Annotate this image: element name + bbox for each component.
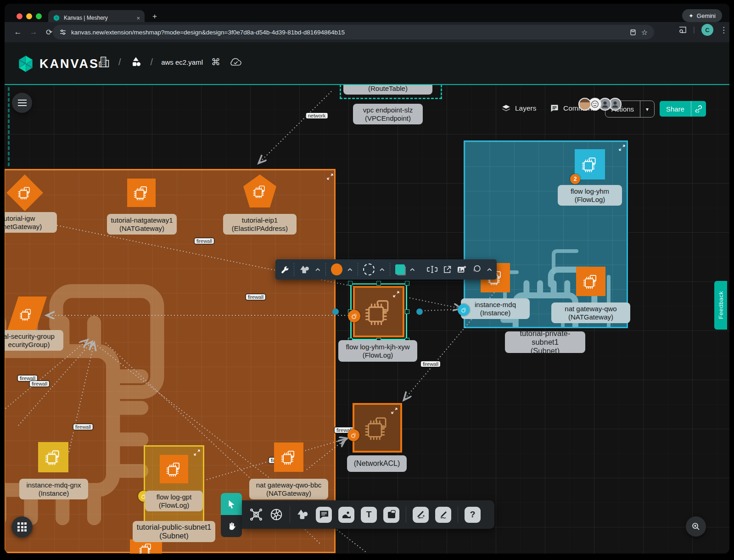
bookmark-star-icon[interactable]: ☆ <box>641 28 648 37</box>
tab-close-icon[interactable]: × <box>136 15 140 22</box>
open-external-icon[interactable] <box>443 265 452 274</box>
new-tab-button[interactable]: + <box>152 12 157 21</box>
sticky-note-tool-button[interactable] <box>383 507 399 523</box>
edge-label-firewall[interactable]: firewall <box>30 381 49 386</box>
gemini-button[interactable]: ✦ Gemini <box>682 9 722 22</box>
shapes-tool-icon[interactable] <box>299 264 310 274</box>
node-label-networkacl[interactable]: (NetworkACL) <box>347 455 407 472</box>
node-label-instance-gnx[interactable]: instance-mdq-gnx(Instance) <box>19 479 88 499</box>
private-subnet-badge[interactable] <box>458 304 470 316</box>
traffic-minimize-button[interactable] <box>26 13 32 19</box>
kanvas-logo-text[interactable]: KANVAS <box>39 57 99 71</box>
border-style-swatch[interactable] <box>363 263 375 275</box>
reading-list-icon[interactable] <box>678 26 687 34</box>
node-label-private-subnet[interactable]: tutorial-private-subnet1(Subnet) <box>505 331 585 353</box>
edge-label-firewall[interactable]: firewall <box>421 361 440 367</box>
node-label-flowlog-selected[interactable]: flow log-yhm-kjh-xyw(FlowLog) <box>338 340 417 362</box>
edge-label-firewall[interactable]: firewall <box>73 424 93 430</box>
fill-color-swatch[interactable] <box>331 263 342 275</box>
chevron-up-icon[interactable] <box>315 268 320 271</box>
node-label-natgateway-qwo[interactable]: nat gateway-qwo(NATGateway) <box>551 302 630 323</box>
save-icon[interactable] <box>629 28 637 36</box>
node-label-public-subnet[interactable]: tutorial-public-subnet1(Subnet) <box>133 521 215 542</box>
edge-pen-tool-button[interactable] <box>413 507 429 523</box>
chevron-up-icon[interactable] <box>347 268 353 271</box>
resize-handle[interactable] <box>405 309 409 314</box>
design-file-name[interactable]: aws ec2.yaml <box>161 58 203 66</box>
configure-wrench-icon[interactable] <box>280 265 289 274</box>
node-label-security-group[interactable]: al-security-groupecurityGroup) <box>5 330 63 351</box>
traffic-zoom-button[interactable] <box>36 13 42 19</box>
node-flowlog-yhm[interactable] <box>575 149 605 179</box>
node-internet-gateway[interactable] <box>5 173 45 213</box>
node-elastic-ip[interactable] <box>241 173 278 211</box>
layers-button[interactable]: Layers <box>501 104 537 113</box>
pan-tool-button[interactable] <box>221 515 242 537</box>
node-networkacl[interactable] <box>353 403 402 453</box>
edge-label-firewall[interactable]: firewall <box>246 294 265 300</box>
workspace-icon[interactable] <box>129 56 142 68</box>
node-instance-gnx[interactable] <box>38 442 68 472</box>
collapse-icon[interactable] <box>327 174 333 180</box>
cloud-sync-icon[interactable] <box>229 57 242 67</box>
select-tool-button[interactable] <box>221 493 242 515</box>
node-label-igw[interactable]: tutorial-igwternetGateway) <box>5 212 57 233</box>
rename-icon[interactable] <box>426 265 438 274</box>
media-tool-button[interactable] <box>338 507 354 523</box>
freehand-pencil-tool-button[interactable] <box>435 507 451 523</box>
back-button[interactable]: ← <box>10 28 26 37</box>
components-tool-icon[interactable] <box>249 508 263 521</box>
chevron-up-icon[interactable] <box>410 268 415 271</box>
node-nat-gateway-qwo[interactable] <box>576 267 605 296</box>
node-label-natgateway-bbc[interactable]: nat gateway-qwo-bbc(NATGateway) <box>249 479 328 499</box>
edge-label-firewall[interactable]: firewall <box>195 238 214 244</box>
node-label-natgateway1[interactable]: tutorial-natgateway1(NATGateway) <box>107 214 177 235</box>
feedback-tab[interactable]: Feedback <box>714 281 727 330</box>
networkacl-badge[interactable] <box>347 429 359 441</box>
add-image-icon[interactable] <box>457 265 466 274</box>
flowlog-yhm-count-badge[interactable]: 2 <box>570 174 580 184</box>
node-flowlog-gpt[interactable] <box>160 455 188 483</box>
node-nat-gateway-bbc[interactable] <box>274 442 303 472</box>
share-button[interactable]: Share <box>660 101 706 117</box>
profile-avatar[interactable]: C <box>701 24 713 36</box>
traffic-close-button[interactable] <box>17 13 22 19</box>
chevron-up-icon[interactable] <box>380 268 385 271</box>
canvas-menu-button[interactable] <box>12 93 32 113</box>
kanvas-logo-icon[interactable] <box>17 55 34 73</box>
forward-button[interactable]: → <box>26 28 41 37</box>
collaborator-avatar-1[interactable] <box>578 98 591 111</box>
widgets-grid-button[interactable] <box>11 516 33 538</box>
design-canvas[interactable]: (RouteTable) vpc endpoint-slz (VPCEndpoi… <box>5 85 729 554</box>
help-tool-button[interactable]: ? <box>465 507 481 523</box>
node-flowlog-selected[interactable] <box>353 286 404 337</box>
edge-label-firewall[interactable]: firewall <box>18 375 37 381</box>
edge-label-network[interactable]: network <box>306 113 328 118</box>
actions-caret-icon[interactable]: ▾ <box>640 106 654 112</box>
resize-handle[interactable] <box>376 281 381 286</box>
command-shortcut-icon[interactable]: ⌘ <box>211 56 220 67</box>
chevron-up-icon[interactable] <box>487 268 492 271</box>
organization-icon[interactable] <box>98 55 110 69</box>
text-tool-button[interactable]: T <box>361 507 377 523</box>
resize-handle[interactable] <box>405 281 409 286</box>
collapse-icon[interactable] <box>393 291 399 297</box>
node-label-eip1[interactable]: tutorial-eip1(ElasticIPAddress) <box>223 214 297 235</box>
zoom-button[interactable] <box>686 516 706 537</box>
node-label-flowlog-yhm[interactable]: flow log-yhm(FlowLog) <box>558 185 622 206</box>
comment-tool-button[interactable] <box>316 507 332 523</box>
edge-port[interactable] <box>416 308 423 315</box>
browser-menu-icon[interactable]: ⋮ <box>720 25 728 35</box>
kubernetes-tool-icon[interactable] <box>269 508 283 521</box>
address-bar[interactable]: kanvas.new/extension/meshmap?mode=design… <box>53 25 654 39</box>
shapes-tool-icon[interactable] <box>297 509 309 521</box>
resize-handle[interactable] <box>348 281 353 286</box>
collapse-icon[interactable] <box>194 449 200 456</box>
collapse-icon[interactable] <box>391 408 398 414</box>
node-nat-gateway-1[interactable] <box>127 179 156 207</box>
shape-style-swatch[interactable] <box>395 264 405 274</box>
node-label-flowlog-gpt[interactable]: flow log-gpt(FlowLog) <box>145 491 203 511</box>
flowlog-selected-badge[interactable] <box>348 310 360 322</box>
lasso-group-icon[interactable] <box>471 264 482 274</box>
collapse-icon[interactable] <box>619 145 625 151</box>
